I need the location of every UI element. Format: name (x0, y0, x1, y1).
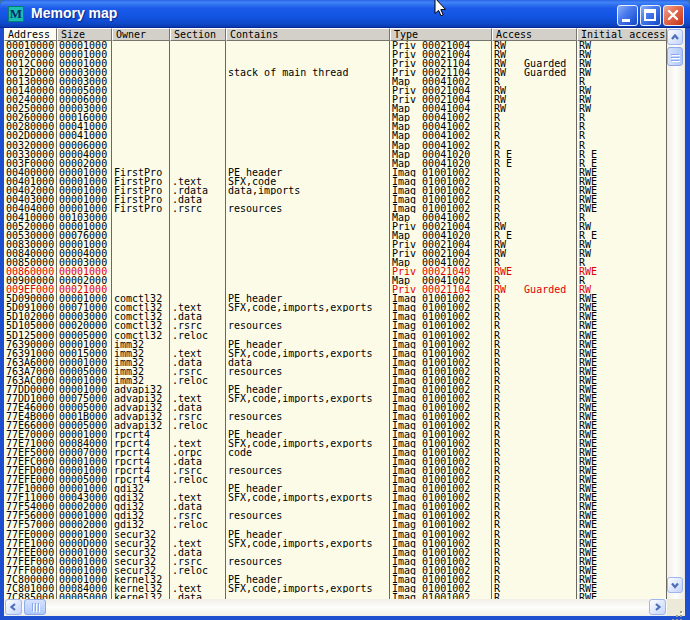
cell-contains: PE header (226, 575, 390, 584)
maximize-button[interactable] (640, 5, 661, 26)
chevron-down-icon (668, 578, 682, 592)
table-row[interactable]: 0052000000001000Priv 00021004RWRW (4, 222, 667, 231)
table-row[interactable]: 77FE10000000D000secur32.textSFX,code,imp… (4, 539, 667, 548)
table-row[interactable]: 763A700000005000imm32.rsrcresourcesImag … (4, 367, 667, 376)
table-row[interactable]: 0012C00000001000Priv 00021104RW GuardedR… (4, 59, 667, 68)
table-row[interactable]: 77F5400000002000gdi32.dataImag 01001002R… (4, 502, 667, 511)
table-row[interactable]: 0085000000003000Map 00041002RR (4, 258, 667, 267)
column-header-owner[interactable]: Owner (112, 28, 170, 41)
cell-contains: PE header (226, 530, 390, 539)
table-row[interactable]: 7639100000015000imm32.textSFX,code,impor… (4, 349, 667, 358)
table-row[interactable]: 0002000000001000Priv 00021004RWRW (4, 50, 667, 59)
table-row[interactable]: 763A600000001000imm32.datadataImag 01001… (4, 358, 667, 367)
table-row[interactable]: 0041000000103000Map 00041002RR (4, 213, 667, 222)
table-row[interactable]: 77EFD00000001000rpcrt4.rsrcresourcesImag… (4, 466, 667, 475)
table-row[interactable]: 5D09100000071000comctl32.textSFX,code,im… (4, 303, 667, 312)
column-header-access[interactable]: Access (492, 28, 577, 41)
table-row[interactable]: 77E7100000084000rpcrt4.textSFX,code,impo… (4, 439, 667, 448)
table-row[interactable]: 77DD100000075000advapi32.textSFX,code,im… (4, 394, 667, 403)
table-row[interactable]: 0040100000001000FirstPro.textSFX,codeIma… (4, 177, 667, 186)
minimize-button[interactable] (617, 5, 638, 26)
table-row[interactable]: 0001000000001000Priv 00021004RWRW (4, 41, 667, 50)
table-row[interactable]: 0012D00000003000stack of main threadPriv… (4, 68, 667, 77)
table-row[interactable]: 009EF00000021000Priv 00021104RW GuardedR… (4, 285, 667, 294)
table-row[interactable]: 77F5700000002000gdi32.relocImag 01001002… (4, 520, 667, 529)
table-row[interactable]: 77FEE00000001000secur32.dataImag 0100100… (4, 548, 667, 557)
vertical-scrollbar[interactable] (667, 28, 684, 599)
column-header-contains[interactable]: Contains (226, 28, 390, 41)
cell-initial_access: RWE (577, 539, 667, 548)
scroll-up-button[interactable] (667, 29, 683, 45)
table-row[interactable]: 0084000000004000Priv 00021004RWRW (4, 249, 667, 258)
table-row[interactable]: 77DD000000001000advapi32PE headerImag 01… (4, 385, 667, 394)
scroll-right-button[interactable] (649, 599, 666, 615)
cell-section (170, 77, 226, 86)
table-row[interactable]: 5D09000000001000comctl32PE headerImag 01… (4, 294, 667, 303)
resize-grip[interactable] (680, 611, 682, 613)
table-row[interactable]: 77FEF00000001000secur32.rsrcresourcesIma… (4, 557, 667, 566)
cell-type: Imag 01001002 (390, 331, 492, 340)
table-row[interactable]: 0024000000006000Priv 00021004RWRW (4, 95, 667, 104)
table-row[interactable]: 5D10200000003000comctl32.dataImag 010010… (4, 312, 667, 321)
table-row[interactable]: 77FF000000001000secur32.relocImag 010010… (4, 566, 667, 575)
table-row[interactable]: 0040400000001000FirstPro.rsrcresourcesIm… (4, 204, 667, 213)
table-row[interactable]: 77F5600000001000gdi32.rsrcresourcesImag … (4, 511, 667, 520)
cell-section: .rsrc (170, 412, 226, 421)
table-row[interactable]: 77E4600000005000advapi32.dataImag 010010… (4, 403, 667, 412)
column-header-size[interactable]: Size (57, 28, 112, 41)
cell-owner (112, 141, 170, 150)
column-header-initial-access[interactable]: Initial access (577, 28, 667, 41)
table-row[interactable]: 0040300000001000FirstPro.dataImag 010010… (4, 195, 667, 204)
table-row[interactable]: 77F1000000001000gdi32PE headerImag 01001… (4, 484, 667, 493)
table-row[interactable]: 77F1100000043000gdi32.textSFX,code,impor… (4, 493, 667, 502)
table-row[interactable]: 0026000000016000Map 00041002RR (4, 113, 667, 122)
table-row[interactable]: 0053000000076000Map 00041020R ER E (4, 231, 667, 240)
cell-address: 77E66000 (4, 421, 57, 430)
table-row[interactable]: 0040000000001000FirstProPE headerImag 01… (4, 168, 667, 177)
table-row[interactable]: 0040200000001000FirstPro.rdatadata,impor… (4, 186, 667, 195)
table-row[interactable]: 5D10500000020000comctl32.rsrcresourcesIm… (4, 321, 667, 330)
table-row[interactable]: 0032000000006000Map 00041002RR (4, 141, 667, 150)
table-row[interactable]: 0033000000004000Map 00041020R ER E (4, 150, 667, 159)
table-row[interactable]: 5D12500000005000comctl32.relocImag 01001… (4, 331, 667, 340)
cell-initial_access: RWE (577, 331, 667, 340)
table-row[interactable]: 7639000000001000imm32PE headerImag 01001… (4, 340, 667, 349)
table-row[interactable]: 0086000000001000Priv 00021040RWERWE (4, 267, 667, 276)
column-header-section[interactable]: Section (170, 28, 226, 41)
cell-size: 00003000 (57, 104, 112, 113)
cell-size: 00001000 (57, 195, 112, 204)
vertical-scroll-thumb[interactable] (667, 47, 683, 66)
column-header-address[interactable]: Address (4, 28, 57, 41)
table-row[interactable]: 77EFC00000001000rpcrt4.dataImag 01001002… (4, 457, 667, 466)
cell-section (170, 484, 226, 493)
table-row[interactable]: 7C80000000001000kernel32PE headerImag 01… (4, 575, 667, 584)
close-button[interactable] (663, 5, 684, 26)
table-row[interactable]: 763AC00000001000imm32.relocImag 01001002… (4, 376, 667, 385)
table-row[interactable]: 0025000000003000Map 00041004RWRW (4, 104, 667, 113)
cell-access: R (492, 466, 577, 475)
cell-contains (226, 457, 390, 466)
horizontal-scrollbar[interactable] (4, 599, 667, 616)
cell-access: R (492, 312, 577, 321)
table-row[interactable]: 7C80100000084000kernel32.textSFX,code,im… (4, 584, 667, 593)
horizontal-scroll-thumb[interactable] (24, 599, 46, 615)
table-row[interactable]: 77E4B0000001B000advapi32.rsrcresourcesIm… (4, 412, 667, 421)
column-header-type[interactable]: Type (390, 28, 492, 41)
table-row[interactable]: 0014000000005000Priv 00021004RWRW (4, 86, 667, 95)
table-row[interactable]: 77E6600000005000advapi32.relocImag 01001… (4, 421, 667, 430)
table-row[interactable]: 0028000000041000Map 00041002RR (4, 122, 667, 131)
table-row[interactable]: 0083000000001000Priv 00021004RWRW (4, 240, 667, 249)
table-row[interactable]: 77EF500000007000rpcrt4.orpccodeImag 0100… (4, 448, 667, 457)
scroll-left-button[interactable] (5, 599, 22, 615)
cell-address: 00410000 (4, 213, 57, 222)
table-row[interactable]: 0090000000002000Map 00041002RR (4, 276, 667, 285)
table-row[interactable]: 003F000000002000Map 00041020R ER E (4, 159, 667, 168)
table-row[interactable]: 002D000000041000Map 00041002RR (4, 131, 667, 140)
table-row[interactable]: 77EFE00000005000rpcrt4.relocImag 0100100… (4, 475, 667, 484)
cell-type: Imag 01001002 (390, 385, 492, 394)
table-row[interactable]: 0013000000003000Map 00041002RR (4, 77, 667, 86)
scroll-down-button[interactable] (667, 577, 683, 593)
table-row[interactable]: 77E7000000001000rpcrt4PE headerImag 0100… (4, 430, 667, 439)
table-row[interactable]: 77FE000000001000secur32PE headerImag 010… (4, 530, 667, 539)
titlebar[interactable]: M Memory map (0, 0, 690, 28)
